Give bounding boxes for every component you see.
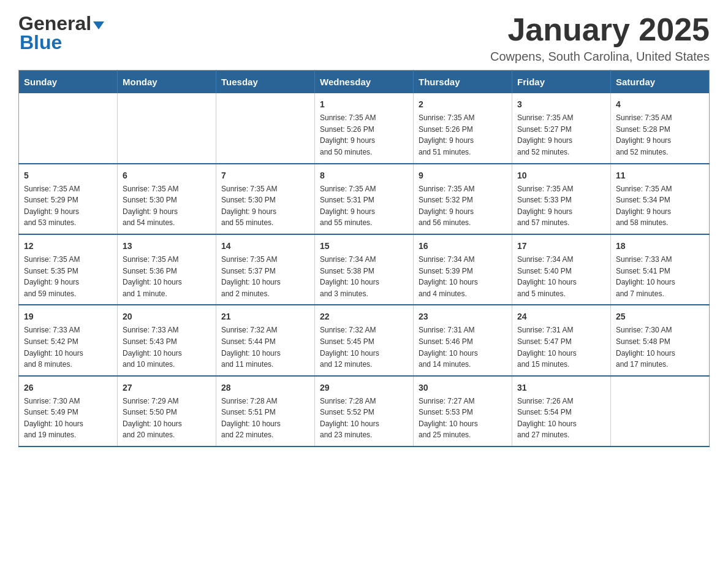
day-number: 5 <box>24 169 112 182</box>
calendar-cell: 14Sunrise: 7:35 AM Sunset: 5:37 PM Dayli… <box>216 234 315 305</box>
day-number: 21 <box>221 310 309 323</box>
calendar-cell: 24Sunrise: 7:31 AM Sunset: 5:47 PM Dayli… <box>512 305 611 375</box>
calendar-cell: 1Sunrise: 7:35 AM Sunset: 5:26 PM Daylig… <box>315 93 414 163</box>
calendar-cell: 13Sunrise: 7:35 AM Sunset: 5:36 PM Dayli… <box>118 234 216 305</box>
header-cell-saturday: Saturday <box>611 71 710 94</box>
day-info: Sunrise: 7:35 AM Sunset: 5:26 PM Dayligh… <box>320 112 408 158</box>
day-number: 25 <box>616 310 704 323</box>
calendar-cell: 19Sunrise: 7:33 AM Sunset: 5:42 PM Dayli… <box>19 305 118 375</box>
day-info: Sunrise: 7:35 AM Sunset: 5:26 PM Dayligh… <box>419 112 507 158</box>
day-info: Sunrise: 7:30 AM Sunset: 5:48 PM Dayligh… <box>616 324 704 370</box>
calendar-cell <box>216 93 315 163</box>
calendar-cell: 31Sunrise: 7:26 AM Sunset: 5:54 PM Dayli… <box>512 376 611 446</box>
day-info: Sunrise: 7:28 AM Sunset: 5:51 PM Dayligh… <box>221 396 309 441</box>
calendar-cell: 28Sunrise: 7:28 AM Sunset: 5:51 PM Dayli… <box>216 376 315 446</box>
calendar-cell: 7Sunrise: 7:35 AM Sunset: 5:30 PM Daylig… <box>216 164 315 234</box>
header-cell-friday: Friday <box>512 71 611 94</box>
day-number: 1 <box>320 98 408 111</box>
calendar-table: SundayMondayTuesdayWednesdayThursdayFrid… <box>18 70 710 447</box>
day-number: 9 <box>419 169 507 182</box>
day-info: Sunrise: 7:33 AM Sunset: 5:43 PM Dayligh… <box>123 324 211 370</box>
calendar-cell: 23Sunrise: 7:31 AM Sunset: 5:46 PM Dayli… <box>414 305 512 375</box>
logo-blue: Blue <box>20 35 62 51</box>
day-info: Sunrise: 7:35 AM Sunset: 5:33 PM Dayligh… <box>517 183 605 229</box>
day-info: Sunrise: 7:26 AM Sunset: 5:54 PM Dayligh… <box>517 396 605 441</box>
day-info: Sunrise: 7:29 AM Sunset: 5:50 PM Dayligh… <box>123 396 211 441</box>
month-title: January 2025 <box>490 12 710 47</box>
day-number: 13 <box>123 240 211 253</box>
day-info: Sunrise: 7:31 AM Sunset: 5:47 PM Dayligh… <box>517 324 605 370</box>
day-info: Sunrise: 7:32 AM Sunset: 5:45 PM Dayligh… <box>320 324 408 370</box>
calendar-cell: 17Sunrise: 7:34 AM Sunset: 5:40 PM Dayli… <box>512 234 611 305</box>
calendar-week-row: 1Sunrise: 7:35 AM Sunset: 5:26 PM Daylig… <box>19 93 710 163</box>
day-number: 22 <box>320 310 408 323</box>
logo-triangle-icon <box>93 21 104 29</box>
location-title: Cowpens, South Carolina, United States <box>490 50 710 64</box>
header-cell-wednesday: Wednesday <box>315 71 414 94</box>
day-number: 4 <box>616 98 704 111</box>
day-info: Sunrise: 7:28 AM Sunset: 5:52 PM Dayligh… <box>320 396 408 441</box>
day-info: Sunrise: 7:34 AM Sunset: 5:40 PM Dayligh… <box>517 254 605 299</box>
day-number: 23 <box>419 310 507 323</box>
day-info: Sunrise: 7:34 AM Sunset: 5:39 PM Dayligh… <box>419 254 507 299</box>
day-number: 20 <box>123 310 211 323</box>
header-cell-thursday: Thursday <box>414 71 512 94</box>
calendar-cell: 2Sunrise: 7:35 AM Sunset: 5:26 PM Daylig… <box>414 93 512 163</box>
calendar-cell: 22Sunrise: 7:32 AM Sunset: 5:45 PM Dayli… <box>315 305 414 375</box>
day-number: 30 <box>419 381 507 394</box>
calendar-cell: 15Sunrise: 7:34 AM Sunset: 5:38 PM Dayli… <box>315 234 414 305</box>
day-info: Sunrise: 7:35 AM Sunset: 5:36 PM Dayligh… <box>123 254 211 299</box>
day-number: 6 <box>123 169 211 182</box>
day-info: Sunrise: 7:35 AM Sunset: 5:34 PM Dayligh… <box>616 183 704 229</box>
calendar-week-row: 12Sunrise: 7:35 AM Sunset: 5:35 PM Dayli… <box>19 234 710 305</box>
day-info: Sunrise: 7:35 AM Sunset: 5:29 PM Dayligh… <box>24 183 112 229</box>
calendar-cell: 27Sunrise: 7:29 AM Sunset: 5:50 PM Dayli… <box>118 376 216 446</box>
day-info: Sunrise: 7:35 AM Sunset: 5:30 PM Dayligh… <box>123 183 211 229</box>
calendar-cell: 8Sunrise: 7:35 AM Sunset: 5:31 PM Daylig… <box>315 164 414 234</box>
calendar-cell: 21Sunrise: 7:32 AM Sunset: 5:44 PM Dayli… <box>216 305 315 375</box>
day-info: Sunrise: 7:35 AM Sunset: 5:37 PM Dayligh… <box>221 254 309 299</box>
day-number: 10 <box>517 169 605 182</box>
calendar-cell: 12Sunrise: 7:35 AM Sunset: 5:35 PM Dayli… <box>19 234 118 305</box>
day-info: Sunrise: 7:31 AM Sunset: 5:46 PM Dayligh… <box>419 324 507 370</box>
day-number: 15 <box>320 240 408 253</box>
calendar-cell: 16Sunrise: 7:34 AM Sunset: 5:39 PM Dayli… <box>414 234 512 305</box>
calendar-cell: 6Sunrise: 7:35 AM Sunset: 5:30 PM Daylig… <box>118 164 216 234</box>
day-number: 24 <box>517 310 605 323</box>
day-number: 11 <box>616 169 704 182</box>
calendar-cell <box>611 376 710 446</box>
calendar-cell: 10Sunrise: 7:35 AM Sunset: 5:33 PM Dayli… <box>512 164 611 234</box>
day-number: 8 <box>320 169 408 182</box>
calendar-header-row: SundayMondayTuesdayWednesdayThursdayFrid… <box>19 71 710 94</box>
day-number: 3 <box>517 98 605 111</box>
day-number: 31 <box>517 381 605 394</box>
day-info: Sunrise: 7:35 AM Sunset: 5:35 PM Dayligh… <box>24 254 112 299</box>
day-info: Sunrise: 7:27 AM Sunset: 5:53 PM Dayligh… <box>419 396 507 441</box>
calendar-cell: 29Sunrise: 7:28 AM Sunset: 5:52 PM Dayli… <box>315 376 414 446</box>
calendar-cell: 4Sunrise: 7:35 AM Sunset: 5:28 PM Daylig… <box>611 93 710 163</box>
day-number: 29 <box>320 381 408 394</box>
day-number: 28 <box>221 381 309 394</box>
logo: General Blue <box>18 12 104 51</box>
header: General Blue January 2025 Cowpens, South… <box>18 12 710 64</box>
header-cell-tuesday: Tuesday <box>216 71 315 94</box>
day-number: 17 <box>517 240 605 253</box>
calendar-cell: 26Sunrise: 7:30 AM Sunset: 5:49 PM Dayli… <box>19 376 118 446</box>
calendar-cell: 11Sunrise: 7:35 AM Sunset: 5:34 PM Dayli… <box>611 164 710 234</box>
day-info: Sunrise: 7:33 AM Sunset: 5:42 PM Dayligh… <box>24 324 112 370</box>
day-number: 18 <box>616 240 704 253</box>
calendar-cell: 3Sunrise: 7:35 AM Sunset: 5:27 PM Daylig… <box>512 93 611 163</box>
calendar-cell: 18Sunrise: 7:33 AM Sunset: 5:41 PM Dayli… <box>611 234 710 305</box>
calendar-cell: 9Sunrise: 7:35 AM Sunset: 5:32 PM Daylig… <box>414 164 512 234</box>
day-number: 26 <box>24 381 112 394</box>
header-cell-monday: Monday <box>118 71 216 94</box>
day-info: Sunrise: 7:35 AM Sunset: 5:30 PM Dayligh… <box>221 183 309 229</box>
calendar-cell <box>19 93 118 163</box>
day-info: Sunrise: 7:30 AM Sunset: 5:49 PM Dayligh… <box>24 396 112 441</box>
header-cell-sunday: Sunday <box>19 71 118 94</box>
day-info: Sunrise: 7:35 AM Sunset: 5:28 PM Dayligh… <box>616 112 704 158</box>
day-number: 19 <box>24 310 112 323</box>
calendar-cell: 5Sunrise: 7:35 AM Sunset: 5:29 PM Daylig… <box>19 164 118 234</box>
day-number: 16 <box>419 240 507 253</box>
calendar-cell: 30Sunrise: 7:27 AM Sunset: 5:53 PM Dayli… <box>414 376 512 446</box>
